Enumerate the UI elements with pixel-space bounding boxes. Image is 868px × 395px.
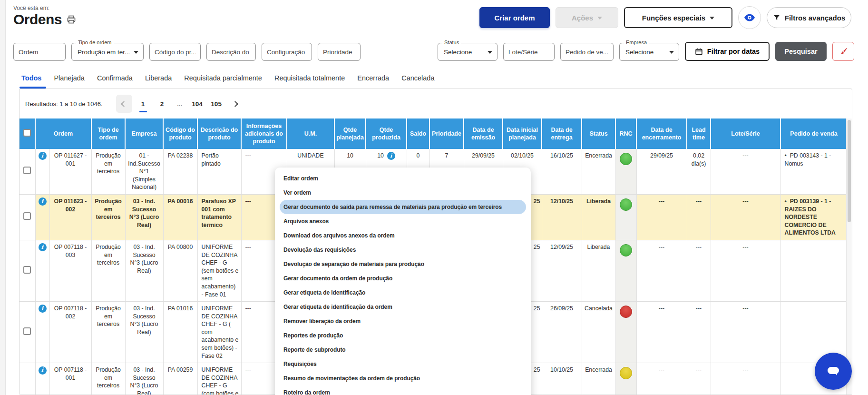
search-button[interactable]: Pesquisar	[775, 42, 827, 61]
menu-item-roteiro-ordem[interactable]: Roteiro da ordem	[275, 385, 531, 395]
menu-item-gerar-documento-saida[interactable]: Gerar documento de saída para remessa de…	[280, 200, 526, 214]
lot-serial-filter-input[interactable]	[503, 43, 555, 61]
col-rnc[interactable]: RNC	[615, 118, 636, 149]
cell-lote: ---	[711, 363, 780, 395]
cell-tipo: Produção em terceiros	[91, 149, 125, 194]
chat-bubble-icon	[824, 362, 843, 381]
special-functions-dropdown-button[interactable]: Funções especiais	[624, 7, 732, 28]
col-descricao-produto[interactable]: Descrição do produto	[197, 118, 241, 149]
tab-requisitada-totalmente[interactable]: Requisitada totalmente	[274, 74, 345, 87]
col-data-emissao[interactable]: Data de emissão	[464, 118, 503, 149]
col-prioridade[interactable]: Prioridade	[429, 118, 464, 149]
page-number-104[interactable]: 104	[189, 97, 205, 111]
page-number-1[interactable]: 1	[135, 97, 151, 111]
create-order-button[interactable]: Criar ordem	[479, 7, 550, 28]
scrollbar-thumb[interactable]	[848, 120, 851, 222]
print-button[interactable]	[67, 15, 76, 24]
col-data-encerramento[interactable]: Data de encerramento	[636, 118, 687, 149]
cell-ordem: OP 007118 - 001	[49, 363, 91, 395]
col-ordem[interactable]: Ordem	[35, 118, 91, 149]
menu-item-resumo-movimentacoes[interactable]: Resumo de movimentações da ordem de prod…	[275, 371, 531, 385]
col-lead-time[interactable]: Lead time	[687, 118, 711, 149]
rnc-status-dot[interactable]	[620, 198, 632, 211]
menu-item-requisicoes[interactable]: Requisições	[275, 357, 531, 371]
cell-descricao: Parafuso XP 001 com tratamento térmico	[197, 194, 241, 240]
col-qtde-produzida[interactable]: Qtde produzida	[366, 118, 407, 149]
menu-item-gerar-documento-ordem[interactable]: Gerar documento da ordem de produção	[275, 271, 531, 286]
tab-confirmada[interactable]: Confirmada	[97, 74, 133, 87]
filter-by-dates-button[interactable]: Filtrar por datas	[685, 42, 770, 61]
cell-empresa: 03 - Ind. Sucesso N°3 (Lucro Real)	[125, 194, 163, 240]
visibility-button[interactable]	[738, 6, 761, 29]
product-code-filter-input[interactable]	[149, 43, 201, 61]
filter-funnel-icon	[773, 14, 780, 21]
configuration-filter-input[interactable]	[262, 43, 312, 61]
menu-item-download-anexos[interactable]: Download dos arquivos anexos da ordem	[275, 228, 531, 243]
col-data-entrega[interactable]: Data de entrega	[542, 118, 582, 149]
cell-ordem: OP 011623 - 002	[49, 194, 91, 240]
rnc-status-dot[interactable]	[620, 153, 632, 165]
actions-dropdown-button[interactable]: Ações	[556, 7, 618, 28]
menu-item-gerar-etiqueta[interactable]: Gerar etiqueta de identificação	[275, 286, 531, 300]
tab-planejada[interactable]: Planejada	[54, 74, 85, 87]
tab-encerrada[interactable]: Encerrada	[357, 74, 389, 87]
info-icon[interactable]	[39, 198, 47, 206]
col-pedido-venda[interactable]: Pedido de venda	[780, 118, 847, 149]
rnc-status-dot[interactable]	[620, 244, 632, 257]
chat-button[interactable]	[815, 353, 852, 390]
left-rail	[0, 0, 6, 395]
col-codigo-produto[interactable]: Código do produto	[163, 118, 197, 149]
info-icon[interactable]	[39, 243, 47, 251]
info-icon[interactable]	[39, 152, 47, 160]
menu-item-reportes-producao[interactable]: Reportes de produção	[275, 328, 531, 343]
cell-descricao: UNIFORME DE COZINHA CHEF - G (com botões…	[197, 363, 241, 395]
col-informacoes-adicionais[interactable]: Informações adicionais do produto	[241, 118, 287, 149]
info-icon[interactable]	[387, 152, 395, 160]
advanced-filters-button[interactable]: Filtros avançados	[767, 7, 851, 28]
col-lote-serie[interactable]: Lote/Série	[711, 118, 780, 149]
row-checkbox[interactable]	[23, 266, 31, 274]
cell-rnc	[615, 363, 636, 395]
sales-order-filter-input[interactable]	[560, 43, 614, 61]
menu-item-editar-ordem[interactable]: Editar ordem	[275, 171, 531, 186]
col-status[interactable]: Status	[582, 118, 615, 149]
col-data-inicial-planejada[interactable]: Data inicial planejada	[503, 118, 542, 149]
tab-requisitada-parcialmente[interactable]: Requisitada parcialmente	[184, 74, 262, 87]
row-checkbox[interactable]	[23, 167, 31, 174]
tab-cancelada[interactable]: Cancelada	[401, 74, 434, 87]
cell-lote: ---	[711, 149, 780, 194]
menu-item-devolucao-requisicoes[interactable]: Devolução das requisições	[275, 243, 531, 257]
menu-item-remover-liberacao[interactable]: Remover liberação da ordem	[275, 314, 531, 328]
menu-item-reporte-subproduto[interactable]: Reporte de subproduto	[275, 343, 531, 357]
order-filter-input[interactable]	[13, 43, 66, 61]
rnc-status-dot[interactable]	[620, 306, 632, 318]
order-type-select[interactable]: Tipo de ordem Produção em ter...	[71, 43, 144, 61]
menu-item-devolucao-separacao[interactable]: Devolução de separação de materiais para…	[275, 257, 531, 271]
status-select[interactable]: Status Selecione	[438, 43, 497, 61]
previous-page-button[interactable]	[116, 95, 132, 113]
col-tipo-de-ordem[interactable]: Tipo de ordem	[91, 118, 125, 149]
menu-item-arquivos-anexos[interactable]: Arquivos anexos	[275, 214, 531, 228]
tab-liberada[interactable]: Liberada	[145, 74, 172, 87]
info-icon[interactable]	[39, 366, 47, 375]
order-context-menu: Editar ordem Ver ordem Gerar documento d…	[275, 168, 531, 395]
row-checkbox[interactable]	[23, 327, 31, 335]
col-saldo[interactable]: Saldo	[407, 118, 429, 149]
col-empresa[interactable]: Empresa	[125, 118, 163, 149]
priority-filter-input[interactable]	[318, 43, 361, 61]
product-description-filter-input[interactable]	[206, 43, 256, 61]
col-um[interactable]: U.M.	[287, 118, 334, 149]
clear-filters-button[interactable]	[832, 42, 854, 61]
tab-todos[interactable]: Todos	[21, 74, 41, 87]
page-number-2[interactable]: 2	[154, 97, 170, 111]
col-qtde-planejada[interactable]: Qtde planejada	[334, 118, 366, 149]
menu-item-ver-ordem[interactable]: Ver ordem	[275, 186, 531, 200]
row-checkbox[interactable]	[23, 212, 31, 220]
page-number-105[interactable]: 105	[208, 97, 224, 111]
next-page-button[interactable]	[227, 95, 244, 113]
menu-item-gerar-etiqueta-ordem[interactable]: Gerar etiqueta de identificação da ordem	[275, 300, 531, 314]
company-select[interactable]: Empresa Selecione	[619, 43, 679, 61]
select-all-checkbox[interactable]	[23, 129, 31, 137]
rnc-status-dot[interactable]	[620, 367, 632, 379]
info-icon[interactable]	[39, 305, 47, 313]
